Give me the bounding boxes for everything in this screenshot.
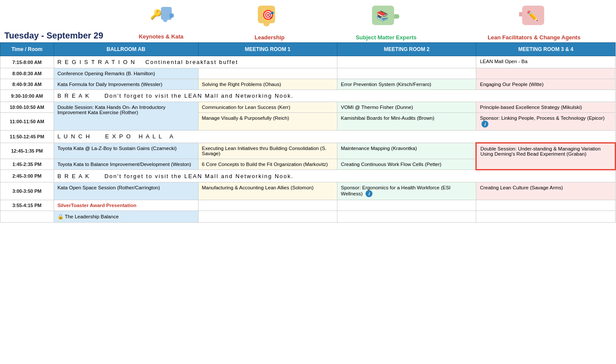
svg-text:🔑: 🔑 — [150, 9, 162, 20]
session-cell: Engaging Our People (Witte) — [476, 79, 616, 90]
table-row: 8:40-9:30 AM Kata Formula for Daily Impr… — [0, 79, 616, 90]
svg-text:📚: 📚 — [376, 10, 388, 22]
schedule-table: Time / Room BALLROOM AB MEETING ROOM 1 M… — [0, 42, 616, 223]
time-cell: 11:50-12:45 PM — [0, 131, 54, 143]
time-cell: 3:55-4:15 PM — [0, 200, 54, 211]
session-cell: Conference Opening Remarks (B. Hamilton) — [54, 68, 198, 79]
session-cell: Maintenance Mapping (Kravontka) — [337, 143, 476, 159]
table-row: 🔒 The Leadership Balance — [0, 211, 616, 223]
session-cell — [198, 211, 337, 223]
session-cell: Solving the Right Problems (Ohaus) — [198, 79, 337, 90]
registration-room3: LEAN Mall Open - Ba — [476, 56, 616, 68]
category-sme: 📚 Subject Matter Experts — [351, 3, 421, 41]
session-cell: 🔒 The Leadership Balance — [54, 211, 198, 223]
session-cell: Double Session: Kata Hands On- An Introd… — [54, 102, 198, 131]
sme-puzzle-icon: 📚 — [371, 3, 401, 33]
col-ballroom: BALLROOM AB — [54, 43, 198, 56]
lean-puzzle-icon: ✏️ — [519, 3, 549, 33]
time-cell: 7:15-8:00 AM — [0, 56, 54, 68]
table-row: 9:30-10:00 AM B R E A K Don't forget to … — [0, 90, 616, 102]
time-cell: 10:00-10:50 AM — [0, 102, 54, 113]
session-cell: Sponsor: Linking People, Process & Techn… — [476, 113, 616, 131]
time-cell: 11:00-11:50 AM — [0, 113, 54, 131]
keynotes-puzzle-icon: 🔑 — [148, 5, 174, 32]
page-container: Tuesday - September 29 🔑 Keynotes & Kata — [0, 0, 616, 223]
table-row: 2:45-3:00 PM B R E A K Don't forget to v… — [0, 170, 616, 182]
table-header-row: Time / Room BALLROOM AB MEETING ROOM 1 M… — [0, 43, 616, 56]
title-section: Tuesday - September 29 — [0, 31, 103, 41]
svg-text:🎯: 🎯 — [262, 9, 274, 21]
session-cell: Toyota Kata to Balance Improvement/Devel… — [54, 159, 198, 170]
col-room2: MEETING ROOM 2 — [337, 43, 476, 56]
break-cell: B R E A K Don't forget to visit the LEAN… — [54, 170, 615, 182]
session-cell — [337, 200, 476, 211]
session-cell: Kamishibai Boards for Mini-Audits (Brown… — [337, 113, 476, 131]
time-cell: 9:30-10:00 AM — [0, 90, 54, 102]
session-cell — [476, 200, 616, 211]
session-cell: Executing Lean Initiatives thru Building… — [198, 143, 337, 159]
session-cell — [476, 68, 616, 79]
col-room3: MEETING ROOM 3 & 4 — [476, 43, 616, 56]
info-icon: i — [366, 190, 372, 197]
col-room1: MEETING ROOM 1 — [198, 43, 337, 56]
table-row: 3:00-3:50 PM Kata Open Space Session (Ro… — [0, 182, 616, 200]
session-cell — [337, 68, 476, 79]
svg-text:✏️: ✏️ — [526, 10, 539, 22]
session-cell — [337, 211, 476, 223]
col-time: Time / Room — [0, 43, 54, 56]
session-cell: Sponsor: Ergonomics for a Health Workfor… — [337, 182, 476, 200]
leadership-puzzle-icon: 🎯 — [254, 3, 285, 33]
session-cell: VOMI @ Thermo Fisher (Dunne) — [337, 102, 476, 113]
table-row: 3:55-4:15 PM SilverToaster Award Present… — [0, 200, 616, 211]
lunch-cell: L U N C H E X P O H A L L A — [54, 131, 615, 143]
session-cell: Kata Open Space Session (Rother/Carringt… — [54, 182, 198, 200]
session-cell — [198, 68, 337, 79]
session-cell — [476, 211, 616, 223]
time-cell: 2:45-3:00 PM — [0, 170, 54, 182]
time-cell: 8:00-8:30 AM — [0, 68, 54, 79]
info-icon: i — [481, 121, 488, 128]
session-cell: Error Prevention System (Kirsch/Ferraro) — [337, 79, 476, 90]
session-cell: Kata Formula for Daily Improvements (Wes… — [54, 79, 198, 90]
break-cell: B R E A K Don't forget to visit the LEAN… — [54, 90, 615, 102]
table-row: 10:00-10:50 AM Double Session: Kata Hand… — [0, 102, 616, 113]
time-cell — [0, 211, 54, 223]
category-lean: ✏️ Lean Facilitators & Change Agents — [483, 3, 585, 41]
keynotes-label: Keynotes & Kata — [139, 33, 183, 40]
category-section: 🔑 Keynotes & Kata 🎯 Leadership — [103, 3, 616, 41]
lean-label: Lean Facilitators & Change Agents — [488, 34, 581, 41]
registration-cell: R E G I S T R A T I O N Continental brea… — [54, 56, 337, 68]
category-keynotes: 🔑 Keynotes & Kata — [135, 5, 188, 40]
session-cell-highlighted: Double Session: Under-standing & Managin… — [476, 143, 616, 170]
silver-toaster-cell: SilverToaster Award Presentation — [54, 200, 198, 211]
page-header: Tuesday - September 29 🔑 Keynotes & Kata — [0, 0, 616, 42]
time-cell: 1:45-2:35 PM — [0, 159, 54, 170]
session-cell: 6 Core Concepts to Build the Fit Organiz… — [198, 159, 337, 170]
time-cell: 12:45-1:35 PM — [0, 143, 54, 159]
table-row: 7:15-8:00 AM R E G I S T R A T I O N Con… — [0, 56, 616, 68]
session-cell: Creating Lean Culture (Savage Arms) — [476, 182, 616, 200]
category-leadership: 🎯 Leadership — [250, 3, 289, 41]
sme-label: Subject Matter Experts — [356, 34, 417, 41]
session-cell: Principle-based Excellence Strategy (Mik… — [476, 102, 616, 113]
page-title: Tuesday - September 29 — [4, 31, 103, 41]
time-cell: 3:00-3:50 PM — [0, 182, 54, 200]
time-cell: 8:40-9:30 AM — [0, 79, 54, 90]
session-cell: Communication for Lean Success (Kerr) — [198, 102, 337, 113]
session-cell: Manage Visually & Purposefully (Reich) — [198, 113, 337, 131]
session-cell: Toyota Kata @ La-Z-Boy to Sustain Gains … — [54, 143, 198, 159]
table-row: 11:50-12:45 PM L U N C H E X P O H A L L… — [0, 131, 616, 143]
leadership-label: Leadership — [254, 34, 284, 41]
registration-room2 — [337, 56, 476, 68]
session-cell: Manufacturing & Accounting Lean Allies (… — [198, 182, 337, 200]
session-cell — [198, 200, 337, 211]
table-row: 8:00-8:30 AM Conference Opening Remarks … — [0, 68, 616, 79]
table-row: 12:45-1:35 PM Toyota Kata @ La-Z-Boy to … — [0, 143, 616, 159]
session-cell: Creating Continuous Work Flow Cells (Pet… — [337, 159, 476, 170]
